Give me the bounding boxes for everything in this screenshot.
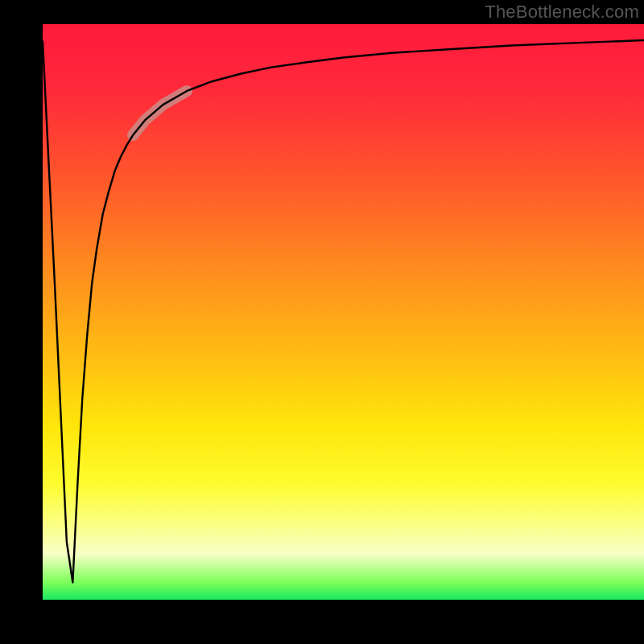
- bottleneck-curve: [43, 40, 644, 583]
- attribution-label: TheBottleneck.com: [485, 2, 639, 23]
- chart-svg: [43, 24, 644, 600]
- chart-frame: TheBottleneck.com: [0, 0, 644, 644]
- highlight-segment: [133, 91, 187, 135]
- plot-area: [43, 24, 644, 600]
